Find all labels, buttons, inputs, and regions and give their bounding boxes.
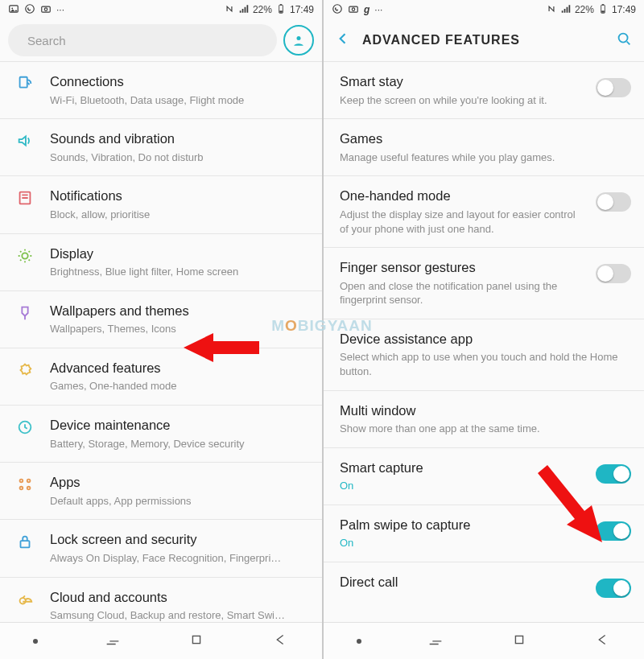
camera-icon — [348, 3, 359, 17]
svg-point-15 — [20, 480, 23, 483]
toggle-direct-call[interactable] — [596, 579, 631, 598]
profile-button[interactable] — [283, 25, 314, 56]
nav-bar — [0, 622, 322, 659]
back-icon[interactable] — [335, 31, 351, 50]
toggle-smart-stay[interactable] — [596, 78, 631, 97]
toggle-one-handed[interactable] — [596, 192, 631, 212]
search-input[interactable] — [27, 34, 258, 47]
subtitle: Keep the screen on while you're looking … — [340, 93, 576, 108]
lock-icon — [14, 533, 35, 550]
settings-item-device-maintenance[interactable]: Device maintenanceBattery, Storage, Memo… — [0, 406, 322, 463]
notifications-icon — [14, 189, 35, 207]
settings-item-cloud[interactable]: Cloud and accountsSamsung Cloud, Backup … — [0, 578, 322, 622]
subtitle: Show more than one app at the same time. — [340, 422, 626, 436]
home-button[interactable] — [510, 631, 528, 652]
title: Sounds and vibration — [50, 130, 304, 147]
svg-rect-19 — [21, 541, 30, 547]
settings-list: ConnectionsWi-Fi, Bluetooth, Data usage,… — [0, 61, 322, 622]
title: Device maintenance — [50, 417, 304, 434]
svg-rect-27 — [601, 10, 605, 12]
toggle-smart-capture[interactable] — [596, 464, 631, 484]
subtitle: Always On Display, Face Recognition, Fin… — [50, 551, 304, 566]
subtitle: Manage useful features while you play ga… — [340, 150, 626, 165]
image-icon — [8, 3, 19, 17]
svg-rect-29 — [515, 636, 522, 643]
search-row — [0, 19, 322, 61]
back-button[interactable] — [271, 631, 289, 652]
battery-icon — [597, 3, 609, 17]
page-title: ADVANCED FEATURES — [362, 33, 520, 47]
svg-rect-11 — [20, 77, 27, 88]
home-button[interactable] — [188, 631, 205, 652]
svg-point-28 — [619, 34, 628, 43]
item-device-assistance[interactable]: Device assistance appSelect which app to… — [324, 319, 644, 391]
nav-bar — [324, 622, 644, 659]
title: Smart stay — [340, 73, 576, 90]
settings-item-sounds[interactable]: Sounds and vibrationSounds, Vibration, D… — [0, 119, 322, 176]
title: Connections — [50, 73, 304, 90]
settings-item-advanced-features[interactable]: Advanced featuresGames, One-handed mode — [0, 348, 322, 406]
display-icon — [14, 247, 35, 265]
toggle-palm-swipe[interactable] — [596, 521, 631, 541]
subtitle: Games, One-handed mode — [50, 379, 304, 393]
svg-rect-7 — [279, 10, 283, 12]
recents-button[interactable] — [104, 631, 122, 652]
settings-item-wallpapers[interactable]: Wallpapers and themesWallpapers, Themes,… — [0, 291, 322, 348]
svg-point-22 — [333, 4, 342, 13]
item-palm-swipe[interactable]: Palm swipe to captureOn — [324, 505, 644, 562]
title: One-handed mode — [340, 187, 576, 204]
settings-item-notifications[interactable]: NotificationsBlock, allow, prioritise — [0, 176, 322, 233]
subtitle: Select which app to use when you touch a… — [340, 350, 626, 378]
search-box[interactable] — [8, 24, 277, 56]
status-bar: g ··· 22% 17:49 — [324, 0, 644, 19]
svg-point-1 — [11, 7, 13, 9]
subtitle: On — [340, 479, 576, 493]
camera-icon — [40, 3, 52, 17]
status-bar: ··· 22% 17:49 — [0, 0, 322, 19]
title: Display — [50, 245, 304, 262]
subtitle: Samsung Cloud, Backup and restore, Smart… — [50, 608, 304, 622]
subtitle: Adjust the display size and layout for e… — [340, 208, 576, 236]
svg-point-18 — [27, 487, 31, 490]
clock: 17:49 — [290, 4, 314, 15]
item-smart-capture[interactable]: Smart captureOn — [324, 448, 644, 505]
item-smart-stay[interactable]: Smart stayKeep the screen on while you'r… — [324, 61, 644, 119]
recents-button[interactable] — [427, 631, 444, 652]
search-icon[interactable] — [615, 30, 633, 51]
title: Lock screen and security — [50, 531, 304, 548]
item-games[interactable]: GamesManage useful features while you pl… — [324, 119, 644, 176]
title: Device assistance app — [340, 331, 626, 348]
subtitle: Open and close the notification panel us… — [340, 279, 576, 307]
subtitle: Battery, Storage, Memory, Device securit… — [50, 437, 304, 451]
subtitle: Wallpapers, Themes, Icons — [50, 322, 304, 336]
nfc-icon — [546, 3, 557, 17]
title: Multi window — [340, 402, 626, 419]
settings-item-apps[interactable]: AppsDefault apps, App permissions — [0, 463, 322, 520]
settings-item-display[interactable]: DisplayBrightness, Blue light filter, Ho… — [0, 234, 322, 291]
more-icon: ··· — [56, 4, 64, 15]
item-multi-window[interactable]: Multi windowShow more than one app at th… — [324, 391, 644, 448]
item-one-handed[interactable]: One-handed modeAdjust the display size a… — [324, 176, 644, 248]
cloud-icon — [14, 591, 35, 608]
item-direct-call[interactable]: Direct call — [324, 562, 644, 603]
svg-rect-26 — [602, 4, 604, 5]
whatsapp-icon — [332, 3, 343, 17]
title: Games — [340, 130, 626, 147]
item-finger-sensor[interactable]: Finger sensor gesturesOpen and close the… — [324, 248, 644, 319]
svg-point-24 — [352, 7, 355, 10]
subtitle: Block, allow, prioritise — [50, 208, 304, 222]
title: Notifications — [50, 187, 304, 204]
svg-point-17 — [20, 487, 23, 490]
signal-icon — [238, 3, 250, 17]
back-button[interactable] — [593, 631, 611, 652]
settings-item-lock-screen[interactable]: Lock screen and securityAlways On Displa… — [0, 520, 322, 577]
svg-point-16 — [27, 480, 31, 483]
sound-icon — [14, 132, 35, 150]
battery-icon — [275, 3, 287, 17]
whatsapp-icon — [24, 3, 35, 17]
toggle-finger-sensor[interactable] — [596, 264, 631, 283]
settings-item-connections[interactable]: ConnectionsWi-Fi, Bluetooth, Data usage,… — [0, 61, 322, 119]
svg-point-13 — [22, 253, 27, 258]
subtitle: Sounds, Vibration, Do not disturb — [50, 150, 304, 165]
title: Direct call — [340, 574, 576, 591]
